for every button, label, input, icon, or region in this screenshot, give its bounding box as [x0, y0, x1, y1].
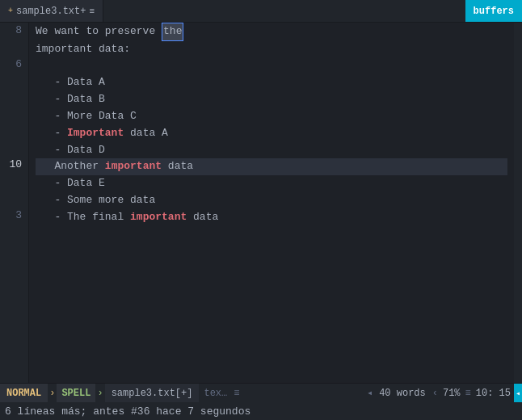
scrollbar[interactable] [514, 23, 522, 383]
code-line-13: - The final important data [36, 209, 507, 226]
code-area[interactable]: We want to preserve the important data: … [29, 23, 514, 383]
status-bar: NORMAL › SPELL › sample3.txt[+] tex… ≡ ◂… [0, 383, 522, 402]
tab-menu-icon[interactable]: ≡ [89, 6, 95, 16]
code-line-3 [36, 58, 507, 75]
status-filetype: tex… [199, 388, 232, 399]
ln-blank5 [3, 124, 22, 141]
lines-icon: ≡ [464, 388, 473, 399]
code-line-4: - Data A [36, 74, 507, 91]
ln-8: 8 [3, 23, 22, 40]
buffers-button[interactable]: buffers [465, 0, 522, 22]
status-menu-icon[interactable]: ≡ [232, 388, 241, 399]
bottom-message: 6 líneas más; antes #36 hace 7 segundos [0, 402, 522, 420]
mode-indicator: NORMAL [0, 384, 48, 402]
ln-blank4 [3, 107, 22, 124]
ln-blank2 [3, 73, 22, 90]
code-line-11: - Data E [36, 175, 507, 192]
status-right: ◂ 40 words ‹ 71% ≡ 10: 15 ◂ [365, 384, 522, 402]
spell-indicator: SPELL [57, 384, 95, 402]
code-line-5: - Data B [36, 91, 507, 108]
status-filename: sample3.txt[+] [105, 384, 200, 402]
highlight-the: the [162, 23, 183, 41]
code-line-10: Another important data [36, 158, 507, 175]
tab-bar: + sample3.txt+ ≡ buffers [0, 0, 522, 23]
cursor-position: 10: 15 [473, 388, 514, 399]
active-tab[interactable]: + sample3.txt+ ≡ [0, 0, 103, 22]
ln-blank8 [3, 191, 22, 208]
code-line-8: - Data D [36, 142, 507, 159]
ln-blank3 [3, 90, 22, 107]
ln-6: 6 [3, 57, 22, 74]
ln-blank6 [3, 141, 22, 158]
code-line-6: - More Data C [36, 108, 507, 125]
editor-container: + sample3.txt+ ≡ buffers 8 6 10 3 We [0, 0, 522, 420]
ln-blank1 [3, 40, 22, 57]
ln-10: 10 [3, 157, 22, 174]
editor-body: 8 6 10 3 We want to preserve the importa… [0, 23, 522, 383]
words-chevron-icon: ‹ [432, 388, 438, 399]
tab-filename: sample3.txt+ [16, 6, 86, 17]
chevron2-icon: › [97, 388, 103, 399]
ln-blank7 [3, 174, 22, 191]
word-count: 40 words [374, 388, 431, 399]
code-line-1: We want to preserve the [36, 23, 507, 41]
code-line-12: - Some more data [36, 192, 507, 209]
chevron1-icon: › [49, 388, 55, 399]
left-chevron-icon: ◂ [367, 387, 373, 399]
scroll-percent: 71% [440, 388, 464, 399]
line-numbers: 8 6 10 3 [0, 23, 29, 383]
file-icon: + [8, 6, 13, 15]
end-button[interactable]: ◂ [514, 384, 522, 402]
code-line-7: - Important data A [36, 125, 507, 142]
ln-3: 3 [3, 208, 22, 225]
code-line-2: important data: [36, 41, 507, 58]
